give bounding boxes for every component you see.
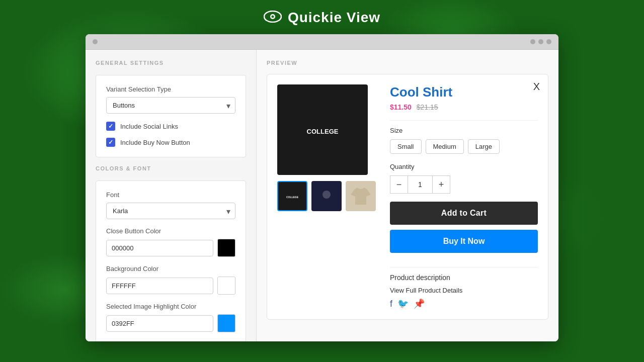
- general-settings-card: Variant Selection Type Buttons Dropdown …: [96, 75, 246, 157]
- size-large[interactable]: Large: [468, 139, 500, 154]
- eye-icon: [264, 9, 282, 26]
- thumb-3[interactable]: [346, 181, 376, 211]
- window-dot-left: [93, 39, 98, 44]
- preview-modal: X COLLEGE: [267, 74, 548, 320]
- background-color-label: Background Color: [106, 265, 235, 273]
- twitter-icon[interactable]: 🐦: [397, 298, 409, 309]
- quantity-increase-button[interactable]: +: [432, 175, 450, 194]
- price-row: $11.50 $21.15: [390, 103, 538, 111]
- font-select-wrap[interactable]: Karla Arial Helvetica Roboto: [106, 203, 235, 219]
- include-buy-now-label: Include Buy Now Button: [120, 139, 190, 146]
- thumb-2-svg: [315, 185, 338, 208]
- include-buy-now-checkbox[interactable]: [106, 138, 115, 147]
- colors-font-card: Font Karla Arial Helvetica Roboto Close …: [96, 180, 246, 341]
- thumb-1-svg: COLLEGE: [281, 185, 304, 208]
- include-social-links-row[interactable]: Include Social Links: [106, 122, 235, 131]
- background-color-row: [106, 277, 235, 295]
- svg-point-2: [271, 16, 274, 18]
- product-name: Cool Shirt: [390, 84, 538, 100]
- window-dot-r3: [546, 39, 551, 44]
- window-dot-r1: [530, 39, 535, 44]
- highlight-color-input[interactable]: [106, 315, 213, 332]
- divider-1: [390, 120, 538, 121]
- highlight-color-label: Selected Image Highlight Color: [106, 303, 235, 310]
- social-icons: f 🐦 📌: [390, 298, 538, 309]
- quantity-label: Quantity: [390, 163, 538, 170]
- product-description-label: Product description: [390, 274, 538, 282]
- include-social-links-checkbox[interactable]: [106, 122, 115, 131]
- thumb-2[interactable]: [311, 181, 342, 211]
- include-buy-now-row[interactable]: Include Buy Now Button: [106, 138, 235, 147]
- size-medium[interactable]: Medium: [426, 139, 464, 154]
- app-title: Quickie View: [288, 10, 380, 26]
- close-button-color-swatch[interactable]: [217, 239, 235, 257]
- tshirt-main-svg: COLLEGE: [287, 95, 358, 165]
- svg-point-5: [323, 191, 331, 199]
- thumb-3-svg: [349, 185, 372, 208]
- svg-text:COLLEGE: COLLEGE: [286, 196, 299, 199]
- size-buttons: Small Medium Large: [390, 139, 538, 154]
- background-color-field: Background Color: [106, 265, 235, 295]
- pinterest-icon[interactable]: 📌: [414, 298, 425, 309]
- include-social-links-label: Include Social Links: [120, 123, 178, 130]
- close-button-color-field: Close Button Color: [106, 227, 235, 257]
- product-images: COLLEGE COLLEGE: [277, 84, 378, 309]
- app-header: Quickie View: [0, 0, 644, 34]
- price-original: $21.15: [417, 103, 438, 111]
- highlight-color-field: Selected Image Highlight Color: [106, 303, 235, 332]
- colors-font-title: COLORS & FONT: [96, 165, 246, 171]
- right-panel: PREVIEW X COLLEGE: [257, 50, 558, 341]
- general-settings-title: GENERAL SETTINGS: [96, 60, 246, 66]
- preview-label: PREVIEW: [267, 60, 548, 66]
- svg-text:COLLEGE: COLLEGE: [307, 128, 339, 135]
- quantity-input[interactable]: [408, 175, 432, 194]
- window-dots-right: [530, 39, 551, 44]
- view-full-label[interactable]: View Full Product Details: [390, 287, 538, 294]
- size-label: Size: [390, 127, 538, 134]
- window-dot-r2: [538, 39, 543, 44]
- variant-selection-wrap[interactable]: Buttons Dropdown Radio: [106, 97, 235, 114]
- variant-selection-select[interactable]: Buttons Dropdown Radio: [106, 97, 235, 114]
- main-product-image: COLLEGE: [277, 84, 368, 175]
- font-label: Font: [106, 191, 235, 199]
- thumb-1[interactable]: COLLEGE: [277, 181, 307, 211]
- left-panel: GENERAL SETTINGS Variant Selection Type …: [86, 50, 257, 341]
- close-button-color-label: Close Button Color: [106, 227, 235, 235]
- thumbnails: COLLEGE: [277, 181, 378, 211]
- size-small[interactable]: Small: [390, 139, 422, 154]
- window-body: GENERAL SETTINGS Variant Selection Type …: [86, 50, 558, 341]
- window-titlebar: [86, 34, 558, 50]
- facebook-icon[interactable]: f: [390, 299, 392, 309]
- divider-2: [390, 267, 538, 267]
- close-button-color-input[interactable]: [106, 240, 213, 256]
- variant-selection-label: Variant Selection Type: [106, 85, 235, 93]
- close-button[interactable]: X: [533, 81, 540, 92]
- quantity-row: − +: [390, 175, 538, 194]
- highlight-color-row: [106, 314, 235, 332]
- font-field: Font Karla Arial Helvetica Roboto: [106, 191, 235, 219]
- product-details: Cool Shirt $11.50 $21.15 Size Small Medi…: [378, 84, 538, 309]
- close-button-color-row: [106, 239, 235, 257]
- quantity-decrease-button[interactable]: −: [390, 175, 408, 194]
- add-to-cart-button[interactable]: Add to Cart: [390, 202, 538, 225]
- background-color-input[interactable]: [106, 278, 213, 294]
- highlight-color-swatch[interactable]: [217, 314, 235, 332]
- app-window: GENERAL SETTINGS Variant Selection Type …: [86, 34, 558, 341]
- price-sale: $11.50: [390, 103, 412, 111]
- font-select[interactable]: Karla Arial Helvetica Roboto: [106, 203, 235, 219]
- background-color-swatch[interactable]: [217, 277, 235, 295]
- buy-now-button[interactable]: Buy It Now: [390, 230, 538, 253]
